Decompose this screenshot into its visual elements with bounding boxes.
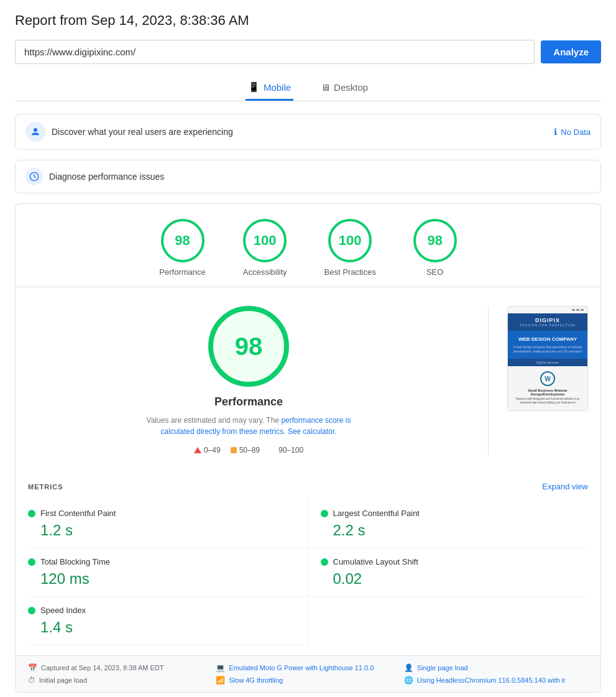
legend-low: 0–49	[194, 446, 221, 455]
device-link[interactable]: Emulated Moto G Power with Lighthouse 11…	[229, 664, 374, 672]
site-preview: DIGIPIX PASSION FOR PERFECTION WEB DESIG…	[507, 306, 588, 455]
metric-fcp: First Contentful Paint 1.2 s	[28, 500, 308, 548]
globe-icon: 🌐	[404, 676, 413, 685]
square-icon	[231, 447, 237, 453]
preview-logo-sub: PASSION FOR PERFECTION	[512, 323, 584, 327]
footer-single-page: 👤 Single page load	[404, 663, 588, 672]
preview-services: DigiPix Services	[512, 361, 584, 364]
diagnose-icon	[25, 168, 43, 185]
svg-point-0	[34, 128, 37, 132]
perf-divider	[488, 306, 489, 455]
person-icon: 👤	[404, 663, 413, 672]
laptop-icon: 💻	[216, 663, 225, 672]
preview-heading: WEB DESIGN COMPANY	[512, 336, 584, 343]
score-circle-best-practices: 100	[328, 219, 372, 262]
signal-icon: 📶	[216, 676, 225, 685]
footer-throttling: 📶 Slow 4G throttling	[216, 676, 400, 685]
diagnose-text: Diagnose performance issues	[49, 172, 164, 182]
score-best-practices: 100 Best Practices	[324, 219, 376, 277]
expand-view-button[interactable]: Expand view	[542, 482, 588, 491]
url-input[interactable]	[15, 40, 535, 64]
preview-wp-label: Small Business Website Design/Developmen…	[512, 389, 584, 396]
score-legend: 0–49 50–89 90–100	[194, 446, 303, 455]
tab-bar: 📱 Mobile 🖥 Desktop	[15, 76, 601, 101]
single-page-link[interactable]: Single page load	[417, 664, 468, 672]
diagnose-bar: Diagnose performance issues	[15, 160, 601, 193]
perf-desc: Values are estimated and may vary. The p…	[143, 415, 354, 437]
metric-dot-fcp	[28, 510, 35, 517]
metrics-grid: First Contentful Paint 1.2 s Largest Con…	[28, 500, 588, 645]
scores-card: 98 Performance 100 Accessibility 100 Bes…	[15, 203, 601, 693]
metric-dot-si	[28, 607, 35, 614]
footer-chromium: 🌐 Using HeadlessChromium 116.0.5845.140 …	[404, 676, 588, 685]
metric-dot-lcp	[321, 510, 328, 517]
discover-text: Discover what your real users are experi…	[52, 127, 233, 137]
no-data-badge: ℹ No Data	[554, 127, 591, 137]
report-title: Report from Sep 14, 2023, 8:38:36 AM	[15, 12, 601, 29]
preview-wp-desc: Having a well-designed and functional we…	[512, 397, 584, 405]
throttling-link[interactable]: Slow 4G throttling	[229, 676, 283, 684]
footer-initial: ⏱ Initial page load	[28, 676, 212, 685]
metric-lcp: Largest Contentful Paint 2.2 s	[308, 500, 589, 548]
info-icon: ℹ	[554, 127, 557, 137]
url-bar: Analyze	[15, 40, 601, 64]
tab-mobile[interactable]: 📱 Mobile	[246, 76, 293, 101]
analyze-button[interactable]: Analyze	[541, 40, 601, 63]
wordpress-icon: W	[540, 371, 555, 386]
site-preview-frame: DIGIPIX PASSION FOR PERFECTION WEB DESIG…	[507, 306, 588, 411]
metrics-section: METRICS Expand view First Contentful Pai…	[16, 473, 600, 645]
metric-value-si: 1.4 s	[28, 619, 295, 636]
metric-tbt: Total Blocking Time 120 ms	[28, 548, 308, 597]
timer-icon: ⏱	[28, 676, 35, 685]
tab-desktop[interactable]: 🖥 Desktop	[318, 76, 370, 101]
calendar-icon: 📅	[28, 663, 37, 672]
triangle-icon	[194, 447, 201, 453]
desktop-icon: 🖥	[321, 82, 330, 93]
metric-dot-cls	[321, 558, 328, 566]
scores-row: 98 Performance 100 Accessibility 100 Bes…	[16, 204, 600, 287]
score-performance: 98 Performance	[159, 219, 205, 277]
legend-high: 90–100	[270, 446, 303, 455]
metric-value-cls: 0.02	[321, 570, 582, 588]
metric-value-lcp: 2.2 s	[321, 522, 582, 539]
metric-value-fcp: 1.2 s	[28, 522, 295, 539]
big-score-circle: 98	[208, 306, 289, 387]
chromium-link[interactable]: Using HeadlessChromium 116.0.5845.140 wi…	[417, 676, 566, 684]
footer-captured: 📅 Captured at Sep 14, 2023, 8:38 AM EDT	[28, 663, 212, 672]
footer-device: 💻 Emulated Moto G Power with Lighthouse …	[216, 663, 400, 672]
legend-mid: 50–89	[231, 446, 260, 455]
score-circle-accessibility: 100	[243, 219, 287, 262]
circle-icon	[270, 447, 276, 453]
metric-dot-tbt	[28, 558, 35, 566]
preview-logo: DIGIPIX	[512, 317, 584, 323]
score-seo: 98 SEO	[413, 219, 457, 277]
perf-title: Performance	[214, 395, 283, 409]
metric-value-tbt: 120 ms	[28, 570, 295, 588]
score-circle-performance: 98	[161, 219, 205, 262]
score-circle-seo: 98	[413, 219, 457, 262]
discover-bar: Discover what your real users are experi…	[15, 114, 601, 150]
metric-si: Speed Index 1.4 s	[28, 597, 308, 645]
preview-desc: A web design company that specializes in…	[512, 345, 584, 354]
metric-cls: Cumulative Layout Shift 0.02	[308, 548, 589, 597]
metrics-title: METRICS	[28, 483, 63, 491]
score-accessibility: 100 Accessibility	[243, 219, 287, 277]
mobile-icon: 📱	[248, 81, 260, 93]
performance-section: 98 Performance Values are estimated and …	[16, 287, 600, 473]
footer-bar: 📅 Captured at Sep 14, 2023, 8:38 AM EDT …	[16, 655, 600, 692]
perf-left: 98 Performance Values are estimated and …	[28, 306, 469, 455]
discover-icon	[25, 122, 45, 142]
see-calculator-link[interactable]: See calculator.	[288, 427, 337, 436]
